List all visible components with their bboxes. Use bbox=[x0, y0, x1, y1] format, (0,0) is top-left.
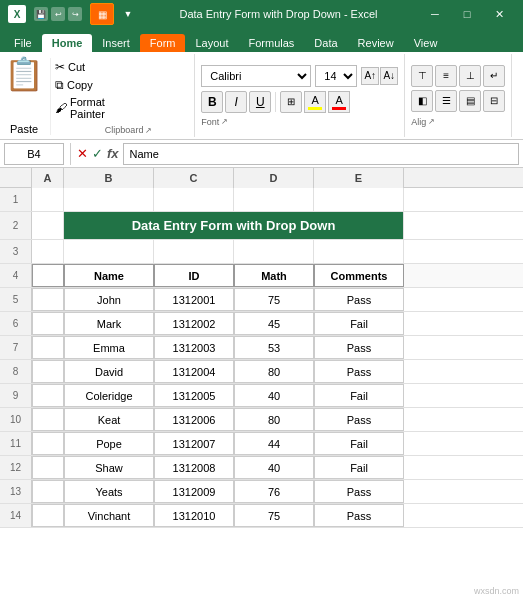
align-right-button[interactable]: ▤ bbox=[459, 90, 481, 112]
align-top-button[interactable]: ⊤ bbox=[411, 65, 433, 87]
cell-c3[interactable] bbox=[154, 240, 234, 263]
cell-d14-math[interactable]: 75 bbox=[234, 504, 314, 527]
align-bottom-button[interactable]: ⊥ bbox=[459, 65, 481, 87]
cell-c4-id[interactable]: ID bbox=[154, 264, 234, 287]
col-header-c[interactable]: C bbox=[154, 168, 234, 188]
insert-function-icon[interactable]: fx bbox=[107, 146, 119, 161]
cell-b12-name[interactable]: Shaw bbox=[64, 456, 154, 479]
cell-e12-comments[interactable]: Fail bbox=[314, 456, 404, 479]
cell-d12-math[interactable]: 40 bbox=[234, 456, 314, 479]
cell-a9[interactable] bbox=[32, 384, 64, 407]
undo-icon[interactable]: ↩ bbox=[51, 7, 65, 21]
font-color-button[interactable]: A bbox=[328, 91, 350, 113]
cell-a8[interactable] bbox=[32, 360, 64, 383]
cell-c7-id[interactable]: 1312003 bbox=[154, 336, 234, 359]
underline-button[interactable]: U bbox=[249, 91, 271, 113]
align-middle-button[interactable]: ≡ bbox=[435, 65, 457, 87]
cell-e6-comments[interactable]: Fail bbox=[314, 312, 404, 335]
cell-a14[interactable] bbox=[32, 504, 64, 527]
align-left-button[interactable]: ◧ bbox=[411, 90, 433, 112]
cell-c11-id[interactable]: 1312007 bbox=[154, 432, 234, 455]
cell-b3[interactable] bbox=[64, 240, 154, 263]
cancel-formula-icon[interactable]: ✕ bbox=[77, 146, 88, 161]
cell-e5-comments[interactable]: Pass bbox=[314, 288, 404, 311]
align-center-button[interactable]: ☰ bbox=[435, 90, 457, 112]
paste-button[interactable]: 📋 bbox=[4, 58, 44, 90]
tab-data[interactable]: Data bbox=[304, 34, 347, 52]
bold-button[interactable]: B bbox=[201, 91, 223, 113]
tab-home[interactable]: Home bbox=[42, 34, 93, 52]
confirm-formula-icon[interactable]: ✓ bbox=[92, 146, 103, 161]
cell-d1[interactable] bbox=[234, 188, 314, 211]
cell-a1[interactable] bbox=[32, 188, 64, 211]
cell-b4-name[interactable]: Name bbox=[64, 264, 154, 287]
cell-d5-math[interactable]: 75 bbox=[234, 288, 314, 311]
font-expand-icon[interactable]: ↗ bbox=[221, 117, 228, 126]
cell-d11-math[interactable]: 44 bbox=[234, 432, 314, 455]
decrease-font-button[interactable]: A↓ bbox=[380, 67, 398, 85]
cell-c6-id[interactable]: 1312002 bbox=[154, 312, 234, 335]
formula-input[interactable] bbox=[123, 143, 519, 165]
cell-reference-input[interactable] bbox=[4, 143, 64, 165]
tab-layout[interactable]: Layout bbox=[185, 34, 238, 52]
cell-c10-id[interactable]: 1312006 bbox=[154, 408, 234, 431]
cell-c12-id[interactable]: 1312008 bbox=[154, 456, 234, 479]
cell-e8-comments[interactable]: Pass bbox=[314, 360, 404, 383]
cell-a4[interactable] bbox=[32, 264, 64, 287]
cell-a12[interactable] bbox=[32, 456, 64, 479]
cell-b6-name[interactable]: Mark bbox=[64, 312, 154, 335]
cell-b14-name[interactable]: Vinchant bbox=[64, 504, 154, 527]
cell-b10-name[interactable]: Keat bbox=[64, 408, 154, 431]
cell-a6[interactable] bbox=[32, 312, 64, 335]
cell-d3[interactable] bbox=[234, 240, 314, 263]
cell-d8-math[interactable]: 80 bbox=[234, 360, 314, 383]
fill-color-button[interactable]: A bbox=[304, 91, 326, 113]
cell-a10[interactable] bbox=[32, 408, 64, 431]
cell-d13-math[interactable]: 76 bbox=[234, 480, 314, 503]
cell-d9-math[interactable]: 40 bbox=[234, 384, 314, 407]
col-header-b[interactable]: B bbox=[64, 168, 154, 188]
tab-form[interactable]: Form bbox=[140, 34, 186, 52]
cell-e4-comments[interactable]: Comments bbox=[314, 264, 404, 287]
cell-e7-comments[interactable]: Pass bbox=[314, 336, 404, 359]
tab-view[interactable]: View bbox=[404, 34, 448, 52]
redo-icon[interactable]: ↪ bbox=[68, 7, 82, 21]
cell-b8-name[interactable]: David bbox=[64, 360, 154, 383]
align-expand-icon[interactable]: ↗ bbox=[428, 117, 435, 126]
cell-d10-math[interactable]: 80 bbox=[234, 408, 314, 431]
cell-a3[interactable] bbox=[32, 240, 64, 263]
tab-insert[interactable]: Insert bbox=[92, 34, 140, 52]
col-header-e[interactable]: E bbox=[314, 168, 404, 188]
close-button[interactable]: ✕ bbox=[483, 0, 515, 28]
customize-quick-access[interactable]: ▼ bbox=[118, 4, 138, 24]
font-size-select[interactable]: 14 bbox=[315, 65, 357, 87]
cell-c13-id[interactable]: 1312009 bbox=[154, 480, 234, 503]
clipboard-expand-icon[interactable]: ↗ bbox=[145, 126, 152, 135]
tab-file[interactable]: File bbox=[4, 34, 42, 52]
cell-d6-math[interactable]: 45 bbox=[234, 312, 314, 335]
tab-formulas[interactable]: Formulas bbox=[239, 34, 305, 52]
cell-e13-comments[interactable]: Pass bbox=[314, 480, 404, 503]
cell-b13-name[interactable]: Yeats bbox=[64, 480, 154, 503]
cell-b1[interactable] bbox=[64, 188, 154, 211]
cell-a11[interactable] bbox=[32, 432, 64, 455]
cell-c14-id[interactable]: 1312010 bbox=[154, 504, 234, 527]
form-quick-btn[interactable]: ▦ bbox=[90, 3, 114, 25]
wrap-text-button[interactable]: ↵ bbox=[483, 65, 505, 87]
cell-e14-comments[interactable]: Pass bbox=[314, 504, 404, 527]
cell-c8-id[interactable]: 1312004 bbox=[154, 360, 234, 383]
col-header-d[interactable]: D bbox=[234, 168, 314, 188]
minimize-button[interactable]: ─ bbox=[419, 0, 451, 28]
format-painter-button[interactable]: 🖌 Format Painter bbox=[55, 96, 105, 120]
copy-button[interactable]: ⧉ Copy bbox=[55, 78, 105, 92]
font-name-select[interactable]: Calibri bbox=[201, 65, 311, 87]
col-header-a[interactable]: A bbox=[32, 168, 64, 188]
save-icon[interactable]: 💾 bbox=[34, 7, 48, 21]
merge-cells-button[interactable]: ⊟ bbox=[483, 90, 505, 112]
cell-e9-comments[interactable]: Fail bbox=[314, 384, 404, 407]
cell-b11-name[interactable]: Pope bbox=[64, 432, 154, 455]
cell-d7-math[interactable]: 53 bbox=[234, 336, 314, 359]
cell-b5-name[interactable]: John bbox=[64, 288, 154, 311]
cell-c9-id[interactable]: 1312005 bbox=[154, 384, 234, 407]
cell-e3[interactable] bbox=[314, 240, 404, 263]
